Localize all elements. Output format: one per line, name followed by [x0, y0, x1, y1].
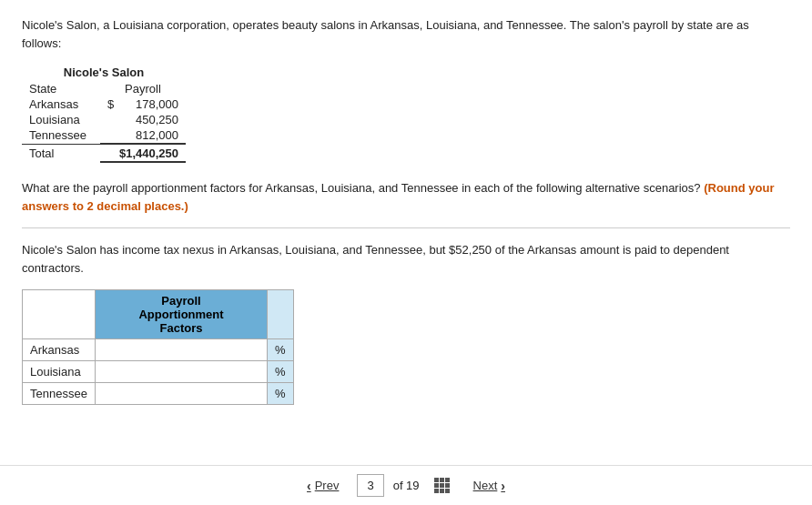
question-text: What are the payroll apportionment facto… [22, 179, 790, 215]
scenario-paragraph: Nicole's Salon has income tax nexus in A… [22, 241, 790, 277]
main-content: Nicole's Salon, a Louisiana corporation,… [0, 0, 812, 485]
prev-chevron-icon: ‹ [307, 479, 311, 493]
input-cell-tennessee[interactable] [96, 383, 268, 405]
next-button[interactable]: Next › [464, 473, 514, 499]
input-arkansas[interactable] [103, 342, 259, 358]
total-label: Total [22, 144, 100, 162]
apportionment-row-arkansas: Arkansas % [23, 339, 294, 361]
footer-navigation: ‹ Prev 3 of 19 Next › [0, 465, 812, 505]
payroll-table-wrapper: Nicole's Salon State Payroll Arkansas $ … [22, 65, 790, 163]
table-row-louisiana: Louisiana 450,250 [22, 112, 186, 127]
symbol-louisiana [100, 112, 123, 127]
next-chevron-icon: › [501, 479, 505, 493]
col-state-header: State [22, 81, 100, 96]
grid-icon[interactable] [434, 478, 450, 493]
page-number-box: 3 [357, 474, 383, 497]
apportionment-header-row: PayrollApportionmentFactors [23, 290, 294, 339]
pct-louisiana: % [268, 361, 294, 383]
state-louisiana: Louisiana [22, 112, 100, 127]
table-row-tennessee: Tennessee 812,000 [22, 127, 186, 144]
apportionment-table-wrapper: PayrollApportionmentFactors Arkansas % L… [22, 289, 790, 405]
pct-tennessee: % [268, 383, 294, 405]
apportionment-row-louisiana: Louisiana % [23, 361, 294, 383]
apportionment-row-tennessee: Tennessee % [23, 383, 294, 405]
amount-louisiana: 450,250 [123, 112, 186, 127]
divider [22, 227, 790, 228]
next-label: Next [473, 479, 498, 492]
page-number: 3 [367, 479, 373, 492]
apportionment-table: PayrollApportionmentFactors Arkansas % L… [22, 289, 294, 405]
state-tennessee: Tennessee [22, 127, 100, 144]
payroll-table: Nicole's Salon State Payroll Arkansas $ … [22, 65, 186, 163]
table-row-arkansas: Arkansas $ 178,000 [22, 96, 186, 112]
header-apportionment: PayrollApportionmentFactors [96, 290, 268, 339]
input-tennessee[interactable] [103, 386, 259, 401]
table-header-row: Nicole's Salon [22, 65, 186, 81]
header-pct-blank [268, 290, 294, 339]
table-title: Nicole's Salon [22, 65, 186, 81]
pct-arkansas: % [268, 339, 294, 361]
intro-paragraph: Nicole's Salon, a Louisiana corporation,… [22, 16, 790, 52]
table-total-row: Total $1,440,250 [22, 144, 186, 162]
input-louisiana[interactable] [103, 364, 259, 379]
col-payroll-header: Payroll [100, 81, 186, 96]
of-text: of 19 [393, 479, 420, 492]
label-arkansas: Arkansas [23, 339, 96, 361]
label-louisiana: Louisiana [23, 361, 96, 383]
header-blank [23, 290, 96, 339]
state-arkansas: Arkansas [22, 96, 100, 112]
label-tennessee: Tennessee [23, 383, 96, 405]
input-cell-louisiana[interactable] [96, 361, 268, 383]
symbol-tennessee [100, 127, 123, 144]
amount-tennessee: 812,000 [123, 127, 186, 144]
prev-label: Prev [315, 479, 340, 492]
amount-arkansas: 178,000 [123, 96, 186, 112]
input-cell-arkansas[interactable] [96, 339, 268, 361]
total-amount: $1,440,250 [100, 144, 186, 162]
prev-button[interactable]: ‹ Prev [298, 473, 348, 499]
symbol-arkansas: $ [100, 96, 123, 112]
table-col-headers: State Payroll [22, 81, 186, 96]
question-main: What are the payroll apportionment facto… [22, 181, 701, 195]
